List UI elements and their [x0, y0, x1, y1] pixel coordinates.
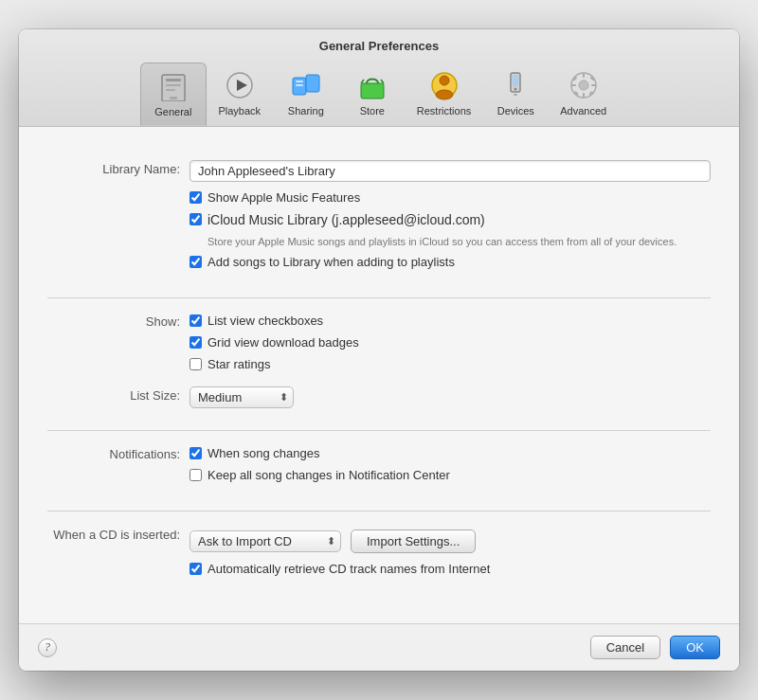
svg-rect-3 [166, 89, 175, 91]
help-button[interactable]: ? [38, 638, 57, 657]
notifications-row: Notifications: When song changes Keep al… [47, 445, 711, 489]
ok-button[interactable]: OK [670, 636, 720, 659]
list-checkboxes-row: List view checkboxes [190, 313, 711, 330]
svg-rect-24 [571, 84, 576, 86]
grid-badges-label: Grid view download badges [208, 334, 359, 351]
preferences-window: General Preferences General [19, 29, 739, 671]
library-section: Library Name: Show Apple Music Features … [47, 146, 711, 298]
title-bar: General Preferences General [19, 29, 739, 127]
show-label: Show: [47, 313, 180, 329]
list-size-control: Small Medium Large ⬍ [190, 386, 711, 408]
song-changes-row: When song changes [190, 445, 711, 462]
add-songs-checkbox[interactable] [190, 256, 202, 268]
star-ratings-checkbox[interactable] [190, 358, 202, 370]
devices-icon [498, 68, 532, 102]
tab-devices-label: Devices [497, 105, 534, 117]
tab-restrictions-label: Restrictions [417, 105, 471, 117]
add-songs-checkbox-row: Add songs to Library when adding to play… [190, 254, 711, 271]
notifications-checkboxes: When song changes Keep all song changes … [190, 445, 711, 489]
cd-select-wrapper: Ask to Import CD Import CD Import CD and… [190, 530, 341, 552]
tab-playback-label: Playback [218, 105, 261, 117]
playback-icon [223, 68, 257, 102]
svg-point-13 [440, 76, 449, 85]
star-ratings-label: Star ratings [208, 356, 270, 373]
preferences-content: Library Name: Show Apple Music Features … [19, 127, 739, 623]
icloud-library-checkbox-row: iCloud Music Library (j.appleseed@icloud… [190, 211, 711, 230]
cd-controls: Ask to Import CD Import CD Import CD and… [190, 526, 711, 583]
restrictions-icon [427, 68, 461, 102]
window-title: General Preferences [19, 39, 739, 53]
svg-rect-4 [170, 97, 177, 99]
svg-point-21 [579, 81, 588, 90]
svg-rect-22 [583, 73, 585, 78]
cd-section: When a CD is inserted: Ask to Import CD … [47, 512, 711, 604]
tab-general[interactable]: General [140, 63, 207, 126]
tab-restrictions[interactable]: Restrictions [406, 63, 482, 126]
apple-music-checkbox[interactable] [190, 191, 202, 204]
notification-center-row: Keep all song changes in Notification Ce… [190, 467, 711, 484]
cd-action-select[interactable]: Ask to Import CD Import CD Import CD and… [190, 530, 341, 552]
notifications-label: Notifications: [47, 445, 180, 461]
store-icon [355, 68, 389, 102]
import-settings-button[interactable]: Import Settings... [351, 529, 476, 553]
tab-playback[interactable]: Playback [207, 63, 273, 126]
list-checkboxes-label: List view checkboxes [208, 313, 323, 330]
song-changes-label: When song changes [208, 445, 320, 462]
advanced-icon [567, 68, 601, 102]
tab-sharing[interactable]: Sharing [273, 63, 339, 126]
svg-rect-10 [296, 84, 303, 86]
show-section: Show: List view checkboxes Grid view dow… [47, 298, 711, 431]
star-ratings-row: Star ratings [190, 356, 711, 373]
cd-row: When a CD is inserted: Ask to Import CD … [47, 526, 711, 583]
show-row: Show: List view checkboxes Grid view dow… [47, 313, 711, 379]
svg-point-18 [514, 87, 517, 90]
svg-rect-1 [166, 79, 181, 81]
auto-retrieve-row: Automatically retrieve CD track names fr… [190, 561, 711, 578]
tab-store-label: Store [360, 105, 385, 117]
svg-rect-11 [361, 83, 384, 99]
library-checkboxes-row: Show Apple Music Features iCloud Music L… [47, 189, 711, 276]
grid-badges-checkbox[interactable] [190, 336, 202, 349]
icloud-description: Store your Apple Music songs and playlis… [208, 235, 711, 249]
apple-music-label: Show Apple Music Features [208, 189, 360, 206]
library-name-input[interactable] [190, 160, 711, 182]
song-changes-checkbox[interactable] [190, 447, 202, 459]
auto-retrieve-label: Automatically retrieve CD track names fr… [208, 561, 490, 578]
list-size-label: List Size: [47, 386, 180, 403]
svg-rect-19 [514, 94, 517, 96]
auto-retrieve-checkbox[interactable] [190, 563, 202, 575]
library-checkboxes: Show Apple Music Features iCloud Music L… [190, 189, 711, 276]
svg-rect-25 [591, 84, 596, 86]
tab-general-label: General [154, 106, 191, 117]
svg-rect-17 [513, 75, 518, 86]
icloud-library-checkbox[interactable] [190, 213, 202, 225]
footer: ? Cancel OK [19, 623, 739, 671]
sharing-icon [289, 68, 323, 102]
svg-rect-8 [306, 75, 319, 92]
apple-music-checkbox-row: Show Apple Music Features [190, 189, 711, 206]
notification-center-label: Keep all song changes in Notification Ce… [208, 467, 450, 484]
tab-sharing-label: Sharing [288, 105, 324, 117]
list-checkboxes-checkbox[interactable] [190, 314, 202, 327]
tab-devices[interactable]: Devices [482, 63, 549, 126]
svg-rect-23 [583, 93, 585, 98]
add-songs-label: Add songs to Library when adding to play… [208, 254, 455, 271]
icloud-library-label: iCloud Music Library (j.appleseed@icloud… [208, 211, 485, 230]
library-name-control [190, 160, 711, 182]
list-size-select[interactable]: Small Medium Large [190, 386, 294, 408]
svg-rect-2 [166, 84, 181, 86]
cancel-button[interactable]: Cancel [590, 636, 660, 659]
tab-advanced-label: Advanced [560, 105, 606, 117]
cd-label: When a CD is inserted: [47, 526, 180, 542]
library-name-row: Library Name: [47, 160, 711, 182]
tab-advanced[interactable]: Advanced [549, 63, 618, 126]
toolbar: General Playback [19, 63, 739, 126]
library-name-label: Library Name: [47, 160, 180, 176]
list-size-select-wrapper: Small Medium Large ⬍ [190, 386, 294, 408]
show-checkboxes: List view checkboxes Grid view download … [190, 313, 711, 379]
notification-center-checkbox[interactable] [190, 469, 202, 481]
tab-store[interactable]: Store [339, 63, 406, 126]
list-size-row: List Size: Small Medium Large ⬍ [47, 386, 711, 408]
notifications-section: Notifications: When song changes Keep al… [47, 431, 711, 512]
general-icon [156, 69, 190, 103]
